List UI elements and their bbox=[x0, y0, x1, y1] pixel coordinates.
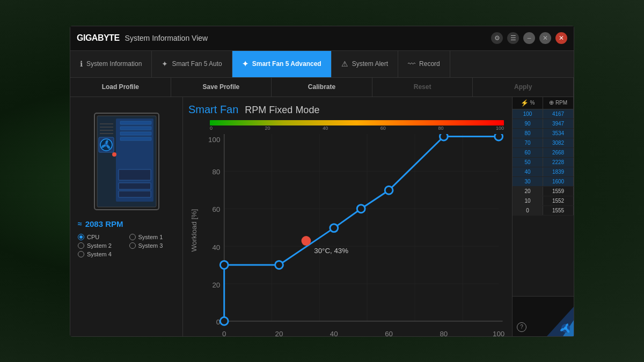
tab-system-alert-label: System Alert bbox=[352, 60, 388, 68]
rpm-value-cell: 3082 bbox=[543, 138, 574, 147]
apply-button[interactable]: Apply bbox=[473, 78, 574, 97]
svg-rect-14 bbox=[120, 121, 151, 124]
rpm-value-cell: 3947 bbox=[543, 119, 574, 128]
rpm-table: ⚡ % ⊕ RPM 100416790394780353470308260266… bbox=[513, 97, 574, 296]
svg-point-9 bbox=[112, 152, 116, 157]
rpm-percent-cell: 60 bbox=[513, 148, 543, 157]
fan-selector-grid: CPU System 1 System 2 System 3 bbox=[78, 234, 175, 257]
title-bar: GIGABYTE System Information View ⚙ ☰ – ✕… bbox=[70, 26, 574, 51]
info-icon: ℹ bbox=[80, 60, 83, 68]
main-content: ≈ 2083 RPM CPU System 1 System 2 bbox=[70, 97, 574, 336]
rpm-value-cell: 3534 bbox=[543, 129, 574, 138]
minimize-button[interactable]: – bbox=[523, 32, 535, 44]
chart-area: Smart Fan RPM Fixed Mode 0 20 40 60 80 1… bbox=[183, 97, 512, 336]
svg-point-45 bbox=[302, 236, 311, 246]
rpm-table-row[interactable]: 01555 bbox=[513, 206, 574, 216]
rpm-col-header: ⊕ RPM bbox=[543, 97, 574, 109]
rpm-value-cell: 1555 bbox=[543, 206, 574, 215]
svg-text:80: 80 bbox=[440, 330, 448, 336]
record-icon: 〰 bbox=[408, 60, 415, 68]
svg-point-37 bbox=[220, 317, 228, 325]
fan-item-cpu[interactable]: CPU bbox=[78, 234, 124, 240]
fan-item-system3[interactable]: System 3 bbox=[129, 242, 175, 249]
rpm-table-row[interactable]: 903947 bbox=[513, 119, 574, 129]
rpm-percent-cell: 50 bbox=[513, 158, 543, 167]
chart-wrapper: 0 20 40 60 80 100 0 20 40 60 80 100 Work… bbox=[188, 134, 507, 336]
alert-icon: ⚠ bbox=[341, 60, 348, 68]
rpm-value-cell: 2668 bbox=[543, 148, 574, 157]
rpm-table-row[interactable]: 803534 bbox=[513, 129, 574, 138]
rpm-table-row[interactable]: 1004167 bbox=[513, 109, 574, 119]
close-button[interactable]: ✕ bbox=[555, 32, 567, 44]
list-button[interactable]: ☰ bbox=[507, 32, 519, 44]
load-profile-button[interactable]: Load Profile bbox=[70, 78, 171, 97]
tab-smart-fan-advanced[interactable]: ✦ Smart Fan 5 Advanced bbox=[232, 51, 332, 77]
radio-system3[interactable] bbox=[129, 242, 136, 249]
app-window: GIGABYTE System Information View ⚙ ☰ – ✕… bbox=[70, 26, 574, 337]
chart-mode-label: RPM Fixed Mode bbox=[245, 105, 319, 116]
svg-text:60: 60 bbox=[212, 205, 220, 213]
rpm-table-row[interactable]: 401839 bbox=[513, 167, 574, 177]
tab-system-info[interactable]: ℹ System Information bbox=[70, 51, 152, 77]
fan-curve-chart[interactable]: 0 20 40 60 80 100 0 20 40 60 80 100 Work… bbox=[188, 134, 507, 336]
fan-system4-label: System 4 bbox=[87, 251, 112, 257]
svg-point-42 bbox=[385, 186, 393, 194]
fan-graphic bbox=[531, 301, 574, 336]
svg-rect-20 bbox=[224, 134, 499, 321]
fan-wave-icon: ≈ bbox=[78, 219, 82, 228]
tab-smart-fan-advanced-label: Smart Fan 5 Advanced bbox=[252, 60, 321, 68]
radio-cpu[interactable] bbox=[78, 234, 84, 240]
fan-item-system1[interactable]: System 1 bbox=[129, 234, 175, 240]
fan-advanced-icon: ✦ bbox=[242, 60, 248, 68]
rpm-table-row[interactable]: 602668 bbox=[513, 148, 574, 158]
save-profile-button[interactable]: Save Profile bbox=[171, 78, 272, 97]
color-bar-container: 0 20 40 60 80 100 bbox=[188, 120, 507, 131]
tab-record[interactable]: 〰 Record bbox=[398, 51, 450, 77]
rpm-rows-container: 1004167903947803534703082602668502228401… bbox=[513, 109, 574, 216]
svg-rect-4 bbox=[119, 183, 151, 189]
rpm-display: ≈ 2083 RPM bbox=[78, 219, 175, 228]
maximize-button[interactable]: ✕ bbox=[539, 32, 551, 44]
svg-text:100: 100 bbox=[493, 330, 504, 336]
radio-system2[interactable] bbox=[78, 242, 84, 249]
rpm-percent-cell: 100 bbox=[513, 109, 543, 119]
svg-text:0: 0 bbox=[222, 330, 226, 336]
rpm-icon: ⊕ bbox=[549, 99, 554, 106]
radio-system4[interactable] bbox=[78, 251, 84, 257]
fan-cpu-label: CPU bbox=[87, 234, 99, 240]
rpm-percent-cell: 90 bbox=[513, 119, 543, 128]
rpm-percent-cell: 80 bbox=[513, 129, 543, 138]
rpm-table-row[interactable]: 101552 bbox=[513, 196, 574, 206]
app-logo: GIGABYTE bbox=[77, 33, 120, 43]
rpm-percent-cell: 10 bbox=[513, 196, 543, 205]
rpm-percent-cell: 30 bbox=[513, 177, 543, 186]
help-icon[interactable]: ? bbox=[517, 322, 526, 332]
rpm-percent-cell: 70 bbox=[513, 138, 543, 147]
radio-system1[interactable] bbox=[129, 234, 136, 240]
tab-smart-fan-auto[interactable]: ✦ Smart Fan 5 Auto bbox=[152, 51, 232, 77]
svg-rect-15 bbox=[120, 127, 151, 130]
rpm-percent-cell: 0 bbox=[513, 206, 543, 215]
rpm-table-row[interactable]: 703082 bbox=[513, 138, 574, 148]
svg-rect-16 bbox=[120, 132, 151, 135]
color-bar-labels: 0 20 40 60 80 100 bbox=[210, 125, 504, 131]
rpm-table-row[interactable]: 201559 bbox=[513, 187, 574, 196]
svg-text:20: 20 bbox=[275, 330, 283, 336]
tab-record-label: Record bbox=[419, 60, 440, 68]
reset-button[interactable]: Reset bbox=[372, 78, 473, 97]
rpm-percent-cell: 40 bbox=[513, 167, 543, 176]
rpm-value-cell: 1600 bbox=[543, 177, 574, 186]
settings-button[interactable]: ⚙ bbox=[491, 32, 503, 44]
fan-auto-icon: ✦ bbox=[162, 60, 168, 68]
help-panel: ? bbox=[513, 296, 574, 336]
svg-text:40: 40 bbox=[330, 330, 338, 336]
fan-controls: ≈ 2083 RPM CPU System 1 System 2 bbox=[76, 215, 177, 257]
rpm-table-row[interactable]: 502228 bbox=[513, 158, 574, 167]
tab-system-alert[interactable]: ⚠ System Alert bbox=[332, 51, 398, 77]
fan-item-system4[interactable]: System 4 bbox=[78, 251, 124, 257]
rpm-table-row[interactable]: 301600 bbox=[513, 177, 574, 187]
svg-rect-17 bbox=[120, 137, 151, 141]
fan-item-system2[interactable]: System 2 bbox=[78, 242, 124, 249]
calibrate-button[interactable]: Calibrate bbox=[272, 78, 372, 97]
svg-point-40 bbox=[330, 224, 338, 232]
